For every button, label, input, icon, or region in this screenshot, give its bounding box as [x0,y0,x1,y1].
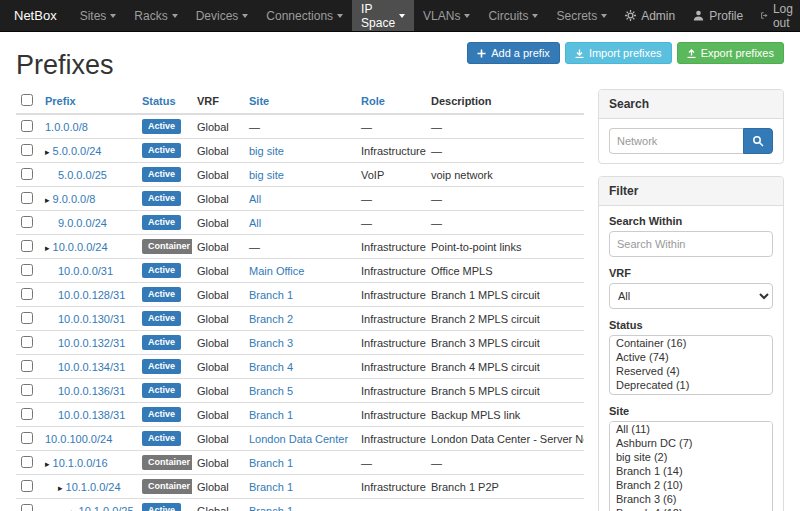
site-link[interactable]: Branch 1 [249,457,293,469]
page-header: Prefixes Add a prefix Import prefixes Ex… [16,40,784,81]
table-row: ▸10.0.0.0/24 Container Global — Infrastr… [16,235,584,259]
row-checkbox[interactable] [21,168,33,180]
prefix-link[interactable]: 9.0.0.0/24 [58,217,107,229]
expand-caret-icon[interactable]: ▸ [71,507,76,511]
prefix-link[interactable]: 10.0.0.0/24 [53,241,108,253]
row-checkbox[interactable] [21,504,33,511]
prefixes-table: PrefixStatusVRFSiteRoleDescription ▸1.0.… [16,89,584,511]
expand-caret-icon[interactable]: ▸ [45,243,50,253]
search-button[interactable] [743,128,773,154]
vrf-cell: Global [192,451,244,475]
chevron-down-icon [601,14,607,18]
row-checkbox[interactable] [21,264,33,276]
profile-link[interactable]: Profile [684,0,752,31]
prefix-link[interactable]: 10.0.100.0/24 [45,433,112,445]
site-link[interactable]: Branch 1 [249,481,293,493]
prefix-link[interactable]: 10.0.0.136/31 [58,385,125,397]
vrf-cell: Global [192,475,244,499]
expand-caret-icon[interactable]: ▸ [45,195,50,205]
site-link[interactable]: Branch 1 [249,409,293,421]
prefix-link[interactable]: 10.1.0.0/25 [79,505,134,511]
row-checkbox[interactable] [21,384,33,396]
prefix-link[interactable]: 10.0.0.132/31 [58,337,125,349]
row-checkbox[interactable] [21,408,33,420]
prefix-link[interactable]: 10.0.0.134/31 [58,361,125,373]
admin-link[interactable]: Admin [616,0,684,31]
navbar-menu-item[interactable]: Sites [71,0,126,31]
navbar-menu-item[interactable]: Circuits [479,0,547,31]
status-multiselect[interactable]: Container (16)Active (74)Reserved (4)Dep… [609,335,773,395]
column-header-site[interactable]: Site [244,89,356,114]
column-header-vrf: VRF [192,89,244,114]
vrf-cell: Global [192,211,244,235]
status-badge: Active [142,335,181,350]
logout-link[interactable]: Log out [752,0,800,31]
prefix-link[interactable]: 10.0.0.130/31 [58,313,125,325]
site-link[interactable]: Branch 5 [249,385,293,397]
navbar-menu-item[interactable]: VLANs [414,0,479,31]
select-all-checkbox[interactable] [21,94,33,106]
role-cell: Infrastructure [356,283,426,307]
row-checkbox[interactable] [21,120,33,132]
import-prefixes-button[interactable]: Import prefixes [565,42,672,64]
app-brand[interactable]: NetBox [0,0,71,31]
prefix-link[interactable]: 10.0.0.0/31 [58,265,113,277]
site-multiselect[interactable]: All (11)Ashburn DC (7)big site (2)Branch… [609,421,773,511]
navbar-menu-item[interactable]: Connections [257,0,352,31]
navbar-menu-item[interactable]: Secrets [547,0,616,31]
site-link[interactable]: Branch 3 [249,337,293,349]
status-badge: Container [142,479,192,494]
prefix-link[interactable]: 9.0.0.0/8 [53,193,96,205]
expand-caret-icon[interactable]: ▸ [45,147,50,157]
navbar-menu-item[interactable]: IP Space [352,0,414,31]
vrf-cell: Global [192,403,244,427]
column-header-prefix[interactable]: Prefix [40,89,137,114]
top-navbar: NetBox Sites Racks Devices Connections I… [0,0,800,32]
row-checkbox[interactable] [21,144,33,156]
expand-caret-icon[interactable]: ▸ [58,483,63,493]
add-prefix-button[interactable]: Add a prefix [467,42,560,64]
row-checkbox[interactable] [21,240,33,252]
site-link[interactable]: Main Office [249,265,304,277]
prefix-link[interactable]: 10.1.0.0/24 [66,481,121,493]
site-link[interactable]: Branch 1 [249,505,293,511]
site-link[interactable]: All [249,217,261,229]
prefix-link[interactable]: 10.0.0.128/31 [58,289,125,301]
table-row: ▸9.0.0.0/24 Active Global All — — [16,211,584,235]
row-checkbox[interactable] [21,480,33,492]
row-checkbox[interactable] [21,456,33,468]
row-checkbox[interactable] [21,288,33,300]
row-checkbox[interactable] [21,312,33,324]
row-checkbox[interactable] [21,216,33,228]
status-badge: Active [142,263,181,278]
column-header-status[interactable]: Status [137,89,192,114]
site-link[interactable]: Branch 4 [249,361,293,373]
expand-caret-icon[interactable]: ▸ [45,459,50,469]
prefix-link[interactable]: 10.0.0.138/31 [58,409,125,421]
role-cell: Infrastructure [356,403,426,427]
search-within-input[interactable] [609,231,773,257]
site-link[interactable]: Branch 1 [249,289,293,301]
row-checkbox[interactable] [21,192,33,204]
vrf-select[interactable]: All [609,283,773,309]
prefix-link[interactable]: 1.0.0.0/8 [45,121,88,133]
row-checkbox[interactable] [21,432,33,444]
site-link[interactable]: All [249,193,261,205]
chevron-down-icon [532,14,538,18]
prefix-link[interactable]: 10.1.0.0/16 [53,457,108,469]
site-link[interactable]: big site [249,169,284,181]
prefix-link[interactable]: 5.0.0.0/25 [58,169,107,181]
site-link[interactable]: big site [249,145,284,157]
tree-indent [45,346,58,347]
column-header-role[interactable]: Role [356,89,426,114]
search-input[interactable] [609,128,743,154]
navbar-menu-item[interactable]: Devices [187,0,258,31]
row-checkbox[interactable] [21,336,33,348]
export-prefixes-button[interactable]: Export prefixes [677,42,784,64]
chevron-down-icon [464,14,470,18]
prefix-link[interactable]: 5.0.0.0/24 [53,145,102,157]
navbar-menu-item[interactable]: Racks [125,0,186,31]
site-link[interactable]: Branch 2 [249,313,293,325]
site-link[interactable]: London Data Center [249,433,348,445]
row-checkbox[interactable] [21,360,33,372]
